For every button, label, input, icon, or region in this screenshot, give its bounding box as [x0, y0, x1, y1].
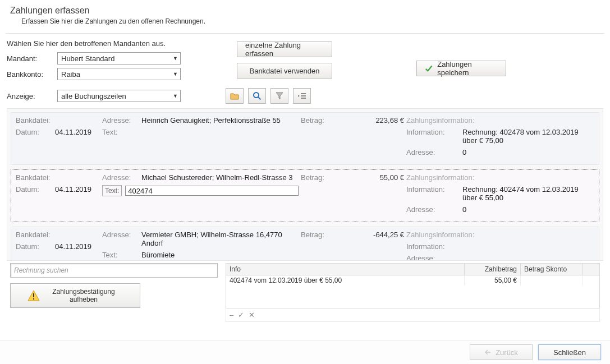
adresse-value: Michael Schustereder; Wilhelm-Redl-Stras…: [141, 173, 292, 182]
info-adresse-value: 0: [462, 205, 466, 214]
info-adresse-label: Adresse:: [406, 205, 457, 214]
filter-icon: [276, 92, 283, 100]
adresse-label: Adresse:: [102, 116, 138, 125]
bankdatei-label: Bankdatei:: [16, 116, 52, 125]
search-placeholder: Rechnung suchen: [14, 266, 68, 274]
information-label: Information:: [406, 128, 457, 145]
adresse-label: Adresse:: [102, 231, 138, 247]
info-adresse-value: 0: [462, 148, 466, 156]
zahlungsinformation-label: Zahlungsinformation:: [406, 173, 603, 182]
grid-remove-icon[interactable]: –: [230, 311, 233, 319]
adresse-value: Heinrich Genauigkeit; Perfektionsstraße …: [141, 116, 281, 125]
grid-header: Info Zahlbetrag Betrag Skonto: [226, 263, 600, 275]
check-icon: [425, 64, 433, 73]
grid-cell-info: 402474 vom 12.03.2019 über € 55,00: [226, 275, 465, 285]
indent-button[interactable]: [293, 88, 311, 104]
svg-marker-6: [298, 95, 300, 97]
mandant-label: Mandant:: [7, 54, 57, 63]
svg-point-0: [254, 93, 259, 98]
information-value: Rechnung: 402474 vom 12.03.2019 über € 5…: [462, 185, 580, 202]
back-label: Zurück: [496, 348, 518, 357]
information-label: Information:: [406, 185, 457, 202]
grid-header-skonto: Betrag Skonto: [521, 264, 583, 275]
open-folder-button[interactable]: [226, 88, 244, 104]
save-payments-button[interactable]: Zahlungen speichern: [416, 61, 506, 76]
use-bankfile-label: Bankdatei verwenden: [249, 67, 319, 75]
svg-marker-2: [276, 93, 283, 99]
betrag-value: 223,68 €: [365, 116, 404, 125]
grid-footer: – ✓ ✕: [226, 308, 600, 322]
anzeige-label: Anzeige:: [7, 92, 57, 100]
page-subtitle: Erfassen Sie hier die Zahlungen zu den o…: [21, 17, 600, 25]
search-icon: [253, 91, 262, 100]
text-label: Text:: [102, 251, 138, 259]
text-value: Büromiete: [141, 251, 175, 259]
grid-body[interactable]: 402474 vom 12.03.2019 über € 55,0055,00 …: [226, 275, 600, 308]
information-value: Rechnung: 402478 vom 12.03.2019 über € 7…: [462, 128, 580, 145]
datum-label: Datum:: [16, 185, 52, 193]
warning-icon: [27, 290, 40, 301]
text-label: Text:: [102, 185, 122, 196]
grid-confirm-icon[interactable]: ✓: [238, 311, 244, 319]
page-title: Zahlungen erfassen: [10, 6, 600, 16]
back-button: Zurück: [470, 344, 533, 360]
cancel-confirmation-button[interactable]: Zahlungsbestätigung aufheben: [10, 283, 140, 308]
information-label: Information:: [406, 242, 457, 251]
adresse-label: Adresse:: [102, 173, 138, 182]
cancel-confirmation-label: Zahlungsbestätigung aufheben: [44, 288, 123, 304]
filter-button[interactable]: [270, 88, 288, 104]
grid-cell-skonto: [521, 275, 583, 285]
text-label: Text:: [102, 128, 138, 136]
svg-point-9: [33, 298, 34, 300]
single-payment-label: einzelne Zahlung erfassen: [245, 41, 324, 58]
chevron-down-icon: ▼: [173, 93, 178, 99]
payment-entry[interactable]: Bankdatei:Datum:04.11.2019Adresse:Heinri…: [11, 112, 599, 165]
entry-list[interactable]: Bankdatei:Datum:04.11.2019Adresse:Heinri…: [7, 108, 603, 261]
betrag-label: Betrag:: [301, 173, 337, 182]
datum-value: 04.11.2019: [55, 185, 91, 193]
anzeige-value: alle Buchungszeilen: [61, 92, 126, 100]
betrag-label: Betrag:: [301, 116, 337, 125]
datum-label: Datum:: [16, 128, 52, 136]
betrag-label: Betrag:: [301, 231, 337, 239]
anzeige-select[interactable]: alle Buchungszeilen ▼: [57, 90, 181, 102]
grid-cancel-icon[interactable]: ✕: [249, 311, 255, 319]
datum-label: Datum:: [16, 242, 52, 251]
mandant-select[interactable]: Hubert Standard ▼: [57, 52, 181, 64]
payment-entry[interactable]: Bankdatei:Datum:04.11.2019Adresse:Vermie…: [11, 227, 599, 261]
zahlungsinformation-label: Zahlungsinformation:: [406, 231, 603, 239]
chevron-down-icon: ▼: [173, 56, 178, 61]
bankdatei-label: Bankdatei:: [16, 173, 52, 182]
grid-header-info: Info: [226, 264, 465, 275]
info-adresse-label: Adresse:: [406, 254, 457, 261]
adresse-value: Vermieter GMBH; Wilhelm-Strasse 16,4770 …: [141, 231, 299, 247]
grid-header-zahlbetrag: Zahlbetrag: [465, 264, 521, 275]
payment-entry[interactable]: Bankdatei:Datum:04.11.2019Adresse:Michae…: [11, 169, 599, 222]
bankkonto-value: Raiba: [61, 70, 80, 79]
zahlungsinformation-label: Zahlungsinformation:: [406, 116, 603, 125]
betrag-value: 55,00 €: [365, 173, 404, 182]
datum-value: 04.11.2019: [55, 242, 91, 251]
folder-icon: [230, 92, 239, 100]
single-payment-button[interactable]: einzelne Zahlung erfassen: [237, 42, 332, 57]
info-adresse-label: Adresse:: [406, 148, 457, 156]
use-bankfile-button[interactable]: Bankdatei verwenden: [237, 63, 332, 79]
bankkonto-select[interactable]: Raiba ▼: [57, 68, 181, 80]
save-payments-label: Zahlungen speichern: [437, 60, 498, 77]
datum-value: 04.11.2019: [55, 128, 91, 136]
grid-cell-zahlbetrag: 55,00 €: [465, 275, 521, 285]
search-button[interactable]: [248, 88, 266, 104]
mandant-value: Hubert Standard: [61, 54, 114, 63]
text-input[interactable]: [125, 186, 299, 196]
grid-row[interactable]: 402474 vom 12.03.2019 über € 55,0055,00 …: [226, 275, 599, 285]
bankdatei-label: Bankdatei:: [16, 231, 52, 239]
close-button[interactable]: Schließen: [538, 344, 601, 360]
indent-icon: [297, 92, 306, 100]
form-instruction: Wählen Sie hier den betroffenen Mandante…: [7, 39, 220, 48]
svg-line-1: [258, 97, 261, 100]
betrag-value: -644,25 €: [365, 231, 404, 239]
search-invoice-input[interactable]: Rechnung suchen: [10, 263, 218, 278]
arrow-left-icon: [484, 349, 491, 355]
close-label: Schließen: [553, 348, 586, 357]
bankkonto-label: Bankkonto:: [7, 70, 57, 79]
